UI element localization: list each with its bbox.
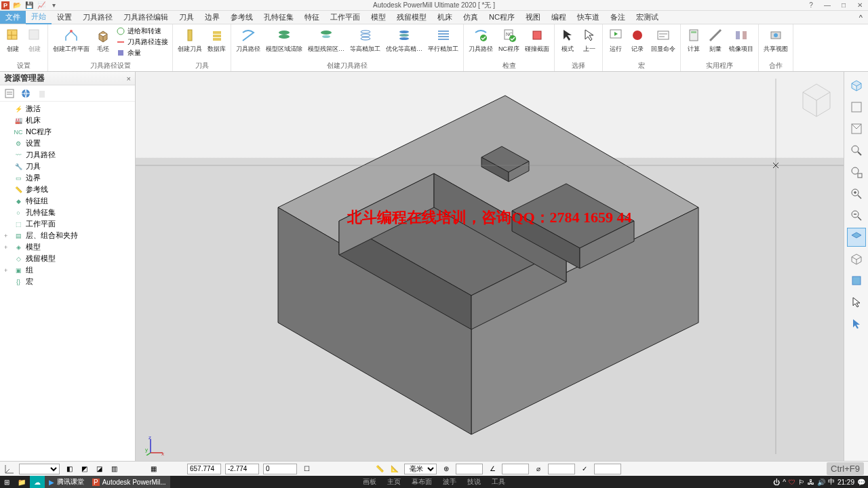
prev-button[interactable]: 上一 — [579, 26, 599, 55]
tm-4[interactable]: 技说 — [467, 477, 481, 487]
close-button[interactable]: ✕ — [853, 1, 867, 10]
tray-up-icon[interactable]: ^ — [783, 479, 786, 486]
rt-top-button[interactable] — [847, 98, 866, 117]
record-button[interactable]: 记录 — [627, 26, 648, 55]
tab-notes[interactable]: 备注 — [605, 11, 631, 24]
delete-icon[interactable] — [37, 88, 47, 99]
feed-speed-button[interactable]: 进给和转速 — [115, 26, 170, 37]
tray-vol-icon[interactable]: 🔊 — [817, 479, 825, 486]
tree-item-14[interactable]: +▣组 — [3, 264, 132, 276]
field-4[interactable] — [594, 464, 621, 474]
tab-view[interactable]: 视图 — [520, 11, 546, 24]
field-3[interactable] — [548, 464, 575, 474]
power-icon[interactable]: ⏻ — [773, 479, 780, 486]
tab-express[interactable]: 快车道 — [572, 11, 605, 24]
expand-icon[interactable]: + — [4, 267, 11, 274]
angle-icon[interactable]: ∠ — [487, 464, 498, 474]
tree-item-11[interactable]: +▤层、组合和夹持 — [3, 230, 132, 241]
task-tencent[interactable]: ▶腾讯课堂 — [45, 476, 88, 488]
status-icon-1[interactable]: ◧ — [64, 464, 75, 474]
coord-x[interactable]: 657.774 — [187, 464, 221, 474]
expand-icon[interactable]: + — [4, 232, 11, 239]
rt-zoom-out-button[interactable] — [847, 206, 866, 225]
axis-select[interactable] — [19, 464, 60, 474]
tree-item-0[interactable]: ⚡激活 — [3, 103, 132, 115]
workplane-button[interactable]: 创建工作平面 — [51, 26, 92, 55]
create-button[interactable]: 创建 — [3, 26, 23, 55]
tm-5[interactable]: 工具 — [492, 477, 505, 487]
field-1[interactable] — [456, 464, 483, 474]
tree-item-3[interactable]: ⚙设置 — [3, 138, 132, 149]
tm-0[interactable]: 画板 — [363, 477, 376, 487]
tree-item-12[interactable]: +◈模型 — [3, 241, 132, 253]
mirror-button[interactable]: 镜像项目 — [727, 26, 755, 55]
rt-arrow-button[interactable] — [847, 314, 866, 333]
calc-button[interactable]: 计算 — [684, 26, 704, 55]
tm-3[interactable]: 波手 — [443, 477, 456, 487]
check-icon[interactable]: ✓ — [579, 464, 590, 474]
ruler2-icon[interactable]: 📐 — [389, 464, 400, 474]
rt-zoom-in-button[interactable] — [847, 184, 866, 203]
globe-icon[interactable] — [20, 88, 31, 99]
save-icon[interactable]: 💾 — [24, 1, 34, 10]
tree-item-13[interactable]: ◇残留模型 — [3, 253, 132, 264]
tray-ime-icon[interactable]: 中 — [828, 477, 835, 487]
tm-2[interactable]: 幕布面 — [412, 477, 432, 487]
rt-shade-button[interactable] — [847, 228, 866, 247]
start-button[interactable]: ⊞ — [0, 476, 14, 488]
chart-icon[interactable]: 📈 — [37, 1, 46, 10]
tab-holes[interactable]: 孔特征集 — [258, 11, 299, 24]
tab-nc[interactable]: NC程序 — [484, 11, 520, 24]
echo-button[interactable]: 回显命令 — [649, 26, 677, 55]
explorer-task[interactable]: 📁 — [14, 476, 30, 488]
expand-icon[interactable]: + — [4, 244, 11, 251]
remainder-button[interactable]: 余量 — [115, 47, 170, 58]
rt-front-button[interactable] — [847, 119, 866, 138]
tab-macro-test[interactable]: 宏测试 — [631, 11, 664, 24]
ribbon-collapse-icon[interactable]: ^ — [854, 12, 868, 23]
explorer-close-icon[interactable]: × — [127, 75, 131, 83]
tab-setup[interactable]: 设置 — [52, 11, 77, 24]
tray-time[interactable]: 21:29 — [837, 479, 854, 486]
block-button[interactable]: 毛坯 — [93, 26, 113, 55]
tree-item-5[interactable]: 🔧刀具 — [3, 161, 132, 172]
database-button[interactable]: 数据库 — [205, 26, 228, 55]
share-view-button[interactable]: 共享视图 — [762, 26, 790, 55]
help-icon[interactable]: ? — [804, 1, 818, 10]
parallel-finish-button[interactable]: 平行精加工 — [426, 26, 460, 55]
opt-contour-button[interactable]: 优化等高精… — [384, 26, 425, 55]
cloud-task[interactable]: ☁ — [30, 476, 45, 488]
tab-toolpath[interactable]: 刀具路径 — [77, 11, 118, 24]
mode-button[interactable]: 模式 — [557, 26, 578, 55]
tree-item-4[interactable]: 〰刀具路径 — [3, 149, 132, 161]
tree-item-10[interactable]: ⬚工作平面 — [3, 218, 132, 230]
run-button[interactable]: 运行 — [606, 26, 626, 55]
unit-select[interactable]: 毫米 — [404, 464, 437, 474]
rt-pick-button[interactable] — [847, 293, 866, 312]
tab-home[interactable]: 开始 — [26, 10, 52, 24]
maximize-button[interactable]: □ — [837, 1, 850, 10]
model-view[interactable] — [136, 72, 844, 461]
properties-icon[interactable] — [4, 88, 15, 99]
tray-notif-icon[interactable]: 💬 — [857, 479, 865, 486]
checkbox-icon[interactable]: ☐ — [301, 464, 312, 474]
rt-zoom-fit-button[interactable] — [847, 141, 866, 160]
grid-icon[interactable]: ▦ — [148, 464, 159, 474]
coord-z[interactable]: 0 — [263, 464, 297, 474]
tab-stock[interactable]: 残留模型 — [391, 11, 432, 24]
view-cube[interactable] — [796, 79, 837, 119]
tree-item-7[interactable]: 📏参考线 — [3, 184, 132, 195]
tm-1[interactable]: 主页 — [387, 477, 401, 487]
qat-dropdown-icon[interactable]: ▾ — [49, 1, 58, 10]
tab-machine[interactable]: 机床 — [432, 11, 458, 24]
rt-wire-button[interactable] — [847, 249, 866, 268]
tab-program[interactable]: 编程 — [546, 11, 572, 24]
tray-net-icon[interactable]: 🖧 — [808, 479, 814, 486]
field-2[interactable] — [502, 464, 529, 474]
axis-icon[interactable] — [4, 464, 15, 474]
model-area-clear-button[interactable]: 模型区域清除 — [264, 26, 304, 55]
tab-boundary[interactable]: 边界 — [199, 11, 225, 24]
tab-reference[interactable]: 参考线 — [225, 11, 258, 24]
target-icon[interactable]: ⊕ — [441, 464, 452, 474]
tree-item-1[interactable]: 🏭机床 — [3, 115, 132, 126]
